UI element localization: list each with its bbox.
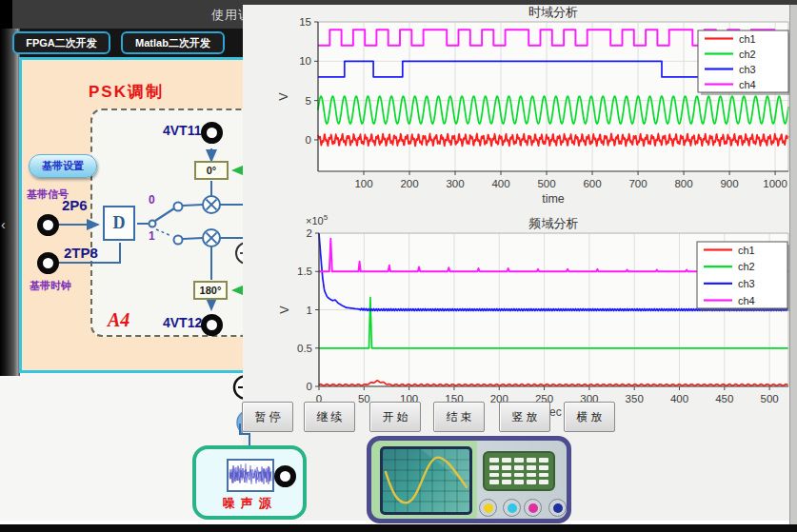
oscilloscope-screen [380,446,472,515]
noise-output-terminal[interactable] [274,465,296,487]
noise-source-module: 噪声源 [192,445,307,520]
svg-text:1000: 1000 [763,178,787,189]
noise-waveform [229,461,272,490]
noise-source-label: 噪声源 [196,495,303,512]
knob-magenta[interactable] [524,499,542,517]
noise-waveform-display [227,459,274,492]
svg-text:ch4: ch4 [739,79,756,90]
svg-text:频域分析: 频域分析 [528,216,579,230]
svg-text:ch1: ch1 [738,245,755,256]
svg-text:V: V [278,305,291,314]
svg-text:500: 500 [761,393,779,404]
svg-text:0.5: 0.5 [297,343,312,354]
svg-text:0: 0 [307,381,312,392]
svg-text:时域分析: 时域分析 [528,5,578,19]
svg-text:50: 50 [358,393,370,404]
svg-text:1.5: 1.5 [297,266,312,277]
oscilloscope-keypad[interactable] [483,451,555,491]
continue-button[interactable]: 继续 [304,402,355,432]
svg-text:700: 700 [628,178,647,189]
svg-text:×105: ×105 [306,213,329,227]
knob-blue[interactable] [548,499,567,517]
svg-text:ch3: ch3 [739,64,756,75]
stop-button[interactable]: 结束 [433,402,485,432]
svg-text:1: 1 [307,305,312,316]
svg-text:5: 5 [306,95,311,107]
svg-text:2: 2 [307,227,312,239]
horizontal-layout-button[interactable]: 横放 [564,402,615,432]
bottom-taskbar [0,524,797,532]
svg-text:V: V [277,92,290,101]
vertical-layout-button[interactable]: 竖放 [499,402,550,432]
oscilloscope[interactable] [367,436,571,523]
application-window: 使用说明 ‹ FPGA二次开发 Matlab二次开发 PSK调制 基带设置 [0,0,797,532]
svg-text:0: 0 [306,134,311,146]
svg-text:300: 300 [446,178,464,189]
knob-cyan[interactable] [503,499,521,517]
svg-text:10: 10 [299,55,311,67]
right-window-edge [789,5,797,524]
svg-text:ch1: ch1 [739,33,756,45]
svg-text:900: 900 [720,178,738,189]
svg-text:ch2: ch2 [739,49,756,60]
svg-text:500: 500 [537,178,555,189]
svg-text:time: time [542,192,565,206]
knob-yellow[interactable] [479,499,497,517]
pause-button[interactable]: 暂停 [242,402,293,432]
svg-text:ch2: ch2 [738,261,755,272]
svg-text:600: 600 [583,178,601,189]
oscilloscope-trace [383,449,469,512]
svg-text:100: 100 [354,178,372,189]
svg-text:200: 200 [400,178,418,189]
svg-text:450: 450 [715,393,733,404]
svg-text:ch4: ch4 [738,295,755,306]
start-button[interactable]: 开始 [369,402,421,432]
panel-collapse-arrow-icon[interactable]: ‹ [1,217,6,232]
svg-text:350: 350 [626,393,644,404]
svg-text:400: 400 [491,178,509,189]
svg-text:15: 15 [299,16,311,28]
svg-text:800: 800 [674,178,692,189]
svg-text:400: 400 [670,393,688,404]
svg-text:ch3: ch3 [738,278,755,289]
freq-xlabel-fragment: ec [549,405,562,419]
